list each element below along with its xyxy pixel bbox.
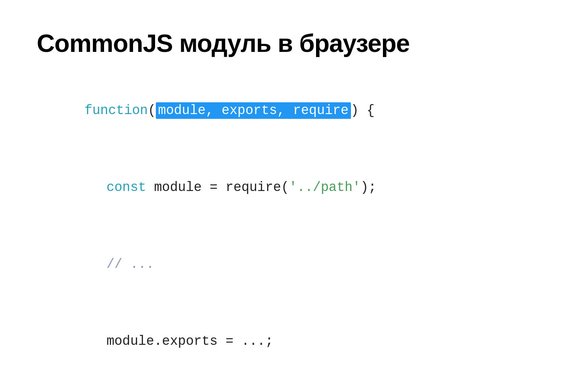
code-line-2: const module = require('../path');	[37, 156, 551, 220]
empty-line-1	[37, 143, 551, 156]
comment: // ...	[107, 257, 154, 272]
slide-title: CommonJS модуль в браузере	[37, 29, 551, 57]
const-end: );	[361, 180, 376, 195]
const-rest: module = require(	[146, 180, 289, 195]
code-line-3: // ...	[37, 233, 551, 296]
code-line-4: module.exports = ...;	[37, 309, 551, 368]
paren-open: (	[148, 103, 156, 118]
string-path: '../path'	[289, 180, 361, 195]
keyword-function: function	[85, 103, 148, 118]
code-block: function(module, exports, require) { con…	[37, 79, 551, 368]
module-exports: module.exports = ...;	[107, 334, 273, 349]
empty-line-3	[37, 296, 551, 309]
code-line-1: function(module, exports, require) {	[37, 79, 551, 143]
highlighted-params: module, exports, require	[156, 102, 351, 119]
page-container: CommonJS модуль в браузере function(modu…	[0, 0, 588, 368]
empty-line-2	[37, 219, 551, 233]
keyword-const: const	[107, 180, 146, 195]
paren-close: ) {	[351, 103, 375, 118]
